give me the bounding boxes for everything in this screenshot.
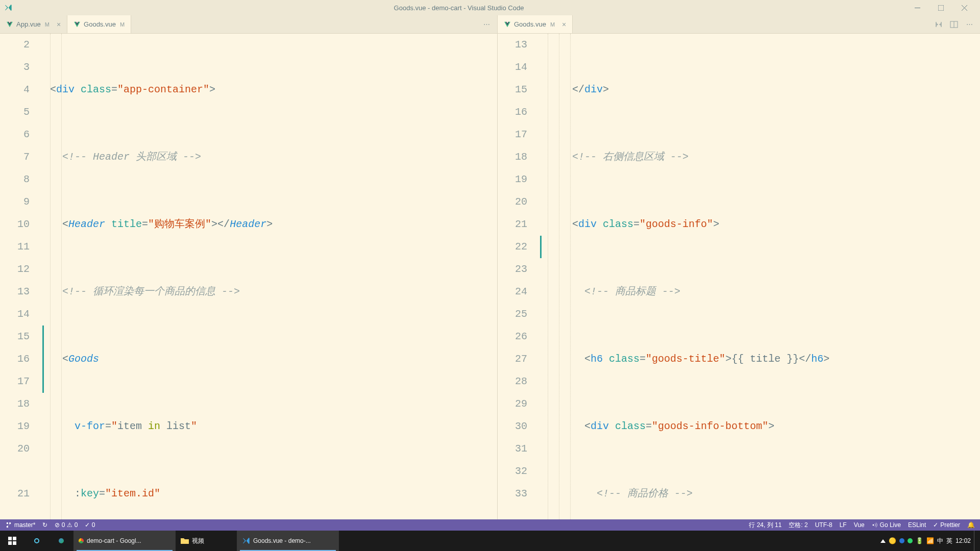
prettier-status[interactable]: ✓ Prettier (933, 521, 960, 529)
language-mode[interactable]: Vue (854, 521, 865, 529)
compare-changes-icon[interactable] (933, 19, 944, 30)
cursor-position[interactable]: 行 24, 列 11 (749, 521, 781, 530)
editor-pane-right[interactable]: 13 14 15 16 17 18 19 20 21 22 23 24 25 2… (498, 34, 980, 519)
svg-rect-10 (13, 541, 16, 545)
editor-area: 2 3 4 5 6 7 8 9 10 11 12 13 14 15 16 17 … (0, 34, 980, 519)
indent-spaces[interactable]: 空格: 2 (789, 521, 807, 530)
tab-modified-indicator: M (45, 21, 50, 28)
window-title: Goods.vue - demo-cart - Visual Studio Co… (12, 4, 905, 12)
more-actions-icon[interactable]: ⋯ (964, 19, 975, 30)
eol[interactable]: LF (840, 521, 847, 529)
tab-goods-vue-left[interactable]: Goods.vue M (67, 15, 131, 33)
close-window-button[interactable] (952, 0, 976, 15)
git-branch[interactable]: master* (5, 521, 35, 529)
tray-battery-icon[interactable]: 🔋 (916, 537, 923, 544)
tab-modified-indicator: M (120, 21, 125, 28)
minimize-button[interactable] (905, 0, 929, 15)
cortana-icon[interactable] (24, 531, 49, 551)
notifications-bell-icon[interactable]: 🔔 (967, 521, 975, 529)
encoding[interactable]: UTF-8 (815, 521, 832, 529)
tray-weather-icon[interactable]: 🟡 (889, 537, 896, 544)
tray-wifi-icon[interactable]: 📶 (926, 537, 934, 544)
status-bar: master* ↻ ⊘ 0 ⚠ 0 ✓ 0 行 24, 列 11 空格: 2 U… (0, 519, 980, 531)
more-tabs-icon[interactable]: ⋯ (481, 19, 492, 30)
split-editor-icon[interactable] (948, 19, 960, 30)
gutter-left: 2 3 4 5 6 7 8 9 10 11 12 13 14 15 16 17 … (0, 34, 44, 519)
eslint-status[interactable]: ESLint (908, 521, 926, 529)
svg-rect-9 (8, 541, 12, 545)
svg-rect-7 (8, 537, 12, 540)
errors-count[interactable]: ⊘ 0 ⚠ 0 (55, 521, 78, 529)
taskbar-chrome[interactable]: demo-cart - Googl... (74, 531, 176, 551)
show-desktop[interactable] (974, 531, 977, 551)
svg-point-6 (872, 524, 874, 526)
port-status[interactable]: ✓ 0 (85, 521, 95, 529)
svg-rect-1 (938, 5, 944, 11)
close-icon[interactable]: × (57, 20, 61, 29)
tab-label: Goods.vue (84, 20, 116, 28)
svg-rect-8 (13, 537, 16, 540)
tab-label: App.vue (16, 20, 41, 28)
sync-button[interactable]: ↻ (42, 521, 47, 529)
code-left[interactable]: <div class="app-container"> <!-- Header … (44, 34, 497, 519)
vue-icon (504, 21, 511, 28)
close-icon[interactable]: × (562, 20, 566, 29)
tab-bar: App.vue M × Goods.vue M ⋯ Goods.vue M × … (0, 15, 980, 34)
ime-lang[interactable]: 中 (937, 537, 943, 545)
windows-taskbar: demo-cart - Googl... 视频 Goods.vue - demo… (0, 531, 980, 551)
tab-goods-vue-right[interactable]: Goods.vue M × (498, 15, 573, 33)
tray-onedrive-icon[interactable] (899, 538, 904, 543)
edge-icon[interactable] (49, 531, 74, 551)
tab-app-vue[interactable]: App.vue M × (0, 15, 67, 33)
tab-label: Goods.vue (514, 20, 546, 28)
ime-input[interactable]: 英 (946, 537, 952, 545)
clock[interactable]: 12:02 (955, 537, 971, 544)
vue-icon (6, 21, 13, 28)
vue-icon (74, 21, 81, 28)
tray-headphone-icon[interactable] (908, 538, 913, 543)
title-bar: Goods.vue - demo-cart - Visual Studio Co… (0, 0, 980, 15)
tray-overflow-icon[interactable] (880, 539, 886, 543)
tab-modified-indicator: M (550, 21, 555, 28)
vscode-logo-icon (4, 4, 12, 12)
gutter-right: 13 14 15 16 17 18 19 20 21 22 23 24 25 2… (498, 34, 542, 519)
go-live[interactable]: Go Live (872, 521, 901, 529)
editor-pane-left[interactable]: 2 3 4 5 6 7 8 9 10 11 12 13 14 15 16 17 … (0, 34, 498, 519)
taskbar-vscode[interactable]: Goods.vue - demo-... (237, 531, 339, 551)
start-button[interactable] (0, 531, 24, 551)
svg-rect-0 (915, 8, 920, 8)
code-right[interactable]: </div> <!-- 右侧信息区域 --> <div class="goods… (542, 34, 980, 519)
maximize-button[interactable] (929, 0, 952, 15)
taskbar-folder[interactable]: 视频 (176, 531, 237, 551)
